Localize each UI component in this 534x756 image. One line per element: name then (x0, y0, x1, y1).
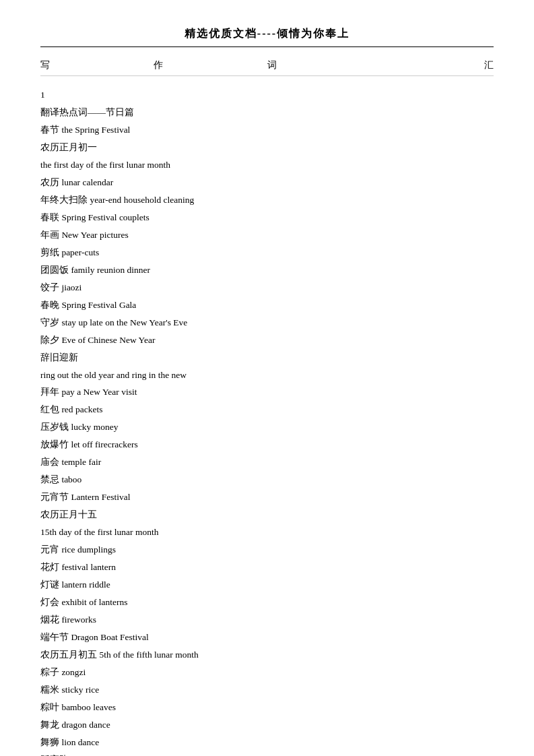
list-item: 踩高跷 stilt walking (40, 752, 494, 756)
list-item: 剪纸 paper-cuts (40, 245, 494, 261)
list-item: 拜年 pay a New Year visit (40, 384, 494, 401)
list-item: 粽叶 bamboo leaves (40, 699, 494, 716)
list-item: 年终大扫除 year-end household cleaning (40, 192, 494, 209)
col-make: 作 (154, 59, 267, 71)
list-item: 守岁 stay up late on the New Year's Eve (40, 315, 494, 332)
list-item: 饺子 jiaozi (40, 280, 494, 296)
list-item: 辞旧迎新 (40, 350, 494, 367)
page-header-title: 精选优质文档----倾情为你奉上 (40, 27, 494, 47)
main-content: 1翻译热点词——节日篇春节 the Spring Festival农历正月初一t… (40, 87, 494, 756)
list-item: 舞龙 dragon dance (40, 717, 494, 734)
list-item: 农历正月十五 (40, 507, 494, 524)
list-item: 农历正月初一 (40, 139, 494, 156)
list-item: 春联 Spring Festival couplets (40, 210, 494, 226)
list-item: 团圆饭 family reunion dinner (40, 262, 494, 279)
list-item: 端午节 Dragon Boat Festival (40, 629, 494, 646)
list-item: 春晚 Spring Festival Gala (40, 297, 494, 314)
list-item: 春节 the Spring Festival (40, 122, 494, 139)
list-item: 红包 red packets (40, 402, 494, 418)
list-item: 放爆竹 let off firecrackers (40, 437, 494, 453)
list-item: 灯谜 lantern riddle (40, 577, 494, 594)
list-item: 年画 New Year pictures (40, 227, 494, 244)
list-item: 元宵 rice dumplings (40, 542, 494, 559)
list-item: 烟花 fireworks (40, 612, 494, 629)
list-item: 禁忌 taboo (40, 472, 494, 489)
list-item: 压岁钱 lucky money (40, 419, 494, 436)
list-item: 农历五月初五 5th of the fifth lunar month (40, 647, 494, 664)
list-item: 糯米 sticky rice (40, 682, 494, 699)
list-item: 除夕 Eve of Chinese New Year (40, 332, 494, 349)
list-item: ring out the old year and ring in the ne… (40, 367, 494, 384)
list-item: 农历 lunar calendar (40, 175, 494, 191)
list-item: the first day of the first lunar month (40, 157, 494, 174)
list-item: 元宵节 Lantern Festival (40, 489, 494, 506)
list-item: 粽子 zongzi (40, 664, 494, 681)
list-item: 1 (40, 87, 494, 104)
list-item: 舞狮 lion dance (40, 734, 494, 751)
list-item: 15th day of the first lunar month (40, 524, 494, 541)
list-item: 翻译热点词——节日篇 (40, 104, 494, 121)
col-write: 写 (40, 59, 154, 71)
column-headers: 写 作 词 汇 (40, 59, 494, 76)
list-item: 灯会 exhibit of lanterns (40, 594, 494, 611)
col-word: 词 (267, 59, 380, 71)
list-item: 庙会 temple fair (40, 454, 494, 471)
list-item: 花灯 festival lantern (40, 559, 494, 576)
col-vocab: 汇 (380, 59, 494, 71)
